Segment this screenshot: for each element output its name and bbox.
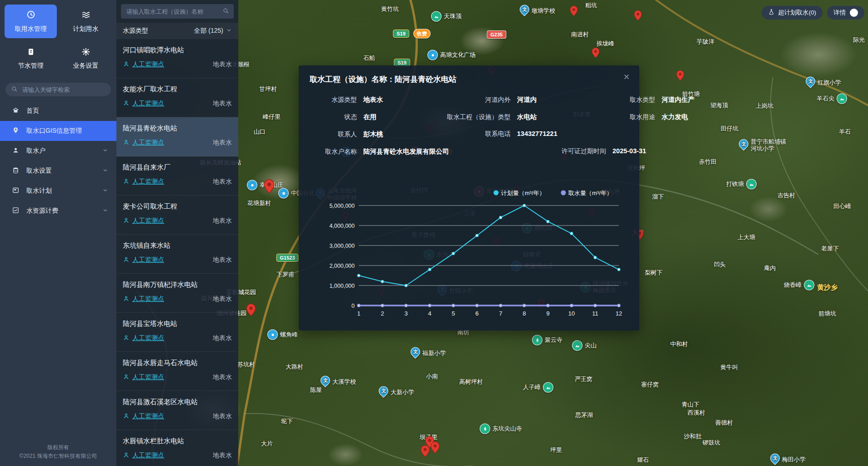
intake-point-pin-icon[interactable]	[431, 441, 440, 456]
menu-item-label: 取水户	[26, 147, 45, 155]
water-source-label: 地表水	[213, 217, 232, 225]
intake-point-pin-icon[interactable]	[246, 303, 256, 318]
field-value: 水电站	[517, 113, 599, 121]
sidebar-search[interactable]	[5, 83, 111, 96]
person-monitor-icon	[123, 60, 130, 69]
monitor-type-link[interactable]: 人工监测点	[132, 178, 164, 186]
map-label-text: 红旗小学	[818, 80, 841, 86]
station-list-item[interactable]: 水唇镇水栏肚水电站人工监测点地表水	[116, 430, 238, 466]
map-label-text: 上岗坑	[756, 103, 773, 110]
map-label-place: 锣鼓坑	[702, 440, 720, 446]
station-list-item[interactable]: 陆河县宝塔水电站人工监测点地表水	[116, 313, 238, 352]
data-point	[617, 268, 620, 271]
map-label-text: 田心嶂	[833, 203, 851, 210]
map-label-temple: 聚云寺	[532, 335, 562, 346]
mountain-poi-icon	[543, 382, 553, 393]
mountain-poi-icon	[572, 341, 582, 351]
station-list-item[interactable]: 友能水厂取水工程人工监测点地表水	[116, 78, 238, 117]
map-label-blue: 高塘文化广场	[427, 50, 476, 60]
sidebar-search-input[interactable]	[21, 86, 105, 94]
map-label-place: 西溪村	[687, 410, 705, 416]
monitor-type-link[interactable]: 人工监测点	[132, 451, 164, 460]
field-value: 河道内	[517, 95, 599, 104]
intake-point-pin-icon[interactable]	[421, 445, 430, 459]
station-list-item[interactable]: 麦卡公司取水工程人工监测点地表水	[116, 195, 238, 235]
map-label-place: 善德村	[715, 420, 733, 426]
detail-toggle-pill[interactable]: 详情	[827, 6, 864, 20]
monitor-type-link[interactable]: 人工监测点	[132, 295, 164, 303]
station-list-item[interactable]: 河口镇唱歌潭水电站人工监测点地表水	[116, 39, 238, 78]
station-name: 东坑镇自来水站	[123, 241, 232, 250]
monitor-type-link[interactable]: 人工监测点	[132, 100, 164, 108]
station-list-item[interactable]: 陆河县青砼水电站人工监测点地表水	[116, 117, 238, 156]
water-source-filter[interactable]: 水源类型 全部 (125)	[116, 23, 238, 39]
module-water-intake-management[interactable]: 取用水管理	[5, 5, 57, 38]
sidebar-menu-item[interactable]: 水资源计费	[0, 201, 116, 221]
module-water-saving-management[interactable]: 节水管理	[5, 42, 57, 75]
sidebar-menu-item[interactable]: 首页	[0, 101, 116, 121]
x-axis-tick-label: 3	[404, 310, 407, 317]
station-list-item[interactable]: 陆河县水唇走马石水电站人工监测点地表水	[116, 352, 238, 391]
map-label-place: 中和村	[670, 341, 688, 348]
monitor-type-link[interactable]: 人工监测点	[132, 60, 164, 69]
data-point	[499, 304, 502, 307]
map-label-text: 黄竹坑	[381, 6, 399, 13]
monitor-type-link[interactable]: 人工监测点	[132, 139, 164, 147]
map-label-text: 天珠顶	[444, 13, 462, 20]
module-planned-water-use[interactable]: 计划用水	[60, 5, 112, 38]
map-label-text: 苏坑村	[237, 361, 255, 368]
data-point	[523, 204, 526, 207]
person-monitor-icon	[123, 451, 130, 460]
station-search[interactable]	[121, 4, 234, 19]
station-list-item[interactable]: 东坑镇自来水站人工监测点地表水	[116, 235, 238, 274]
intake-point-pin-icon[interactable]	[634, 10, 642, 23]
close-icon[interactable]	[623, 73, 630, 82]
monitor-type-link[interactable]: 人工监测点	[132, 217, 164, 225]
module-label: 取用水管理	[15, 25, 47, 33]
legend-swatch[interactable]	[494, 190, 499, 195]
data-point	[428, 304, 431, 307]
monitor-type-link[interactable]: 人工监测点	[132, 412, 164, 421]
person-monitor-icon	[123, 178, 130, 186]
sidebar-menu-item[interactable]: 取水设置	[0, 161, 116, 181]
monitor-type-link[interactable]: 人工监测点	[132, 334, 164, 342]
legend-label[interactable]: 取水量（m³/年）	[568, 190, 612, 196]
module-business-settings[interactable]: 业务设置	[60, 42, 112, 75]
road-badge: G235	[487, 30, 507, 39]
legend-swatch[interactable]	[561, 190, 566, 195]
over-plan-intake-pill[interactable]: 超计划取水(0)	[762, 6, 823, 20]
sidebar-menu-item[interactable]: 取水户	[0, 141, 116, 161]
detail-toggle-knob[interactable]	[850, 9, 858, 17]
map-label-place: 下罗甫	[276, 271, 294, 278]
monitor-type-link[interactable]: 人工监测点	[132, 256, 164, 264]
station-list-item[interactable]: 陆河县南万镇杞洋水电站人工监测点地表水	[116, 274, 238, 313]
map-label-place: 凹头	[714, 261, 726, 268]
map-label-place: 吉告村	[778, 192, 795, 199]
map-label-place: 小南	[426, 373, 438, 380]
map-label-text: 墩塘学校	[532, 8, 555, 15]
monitor-type-link[interactable]: 人工监测点	[132, 373, 164, 381]
station-name: 水唇镇水栏肚水电站	[123, 437, 232, 446]
intake-point-pin-icon[interactable]	[676, 70, 684, 83]
station-list-item[interactable]: 陆河县自来水厂人工监测点地表水	[116, 156, 238, 195]
x-axis-tick-label: 1	[357, 310, 360, 317]
map-label-text: 老屋下	[821, 246, 839, 252]
legend-label[interactable]: 计划量（m³/年）	[501, 190, 545, 196]
station-search-input[interactable]	[125, 8, 219, 15]
data-point	[405, 304, 407, 307]
intake-point-pin-icon[interactable]	[570, 5, 578, 18]
chevron-down-icon	[102, 207, 108, 215]
map-label-text: 严王窝	[575, 376, 592, 383]
intake-point-pin-icon[interactable]	[592, 47, 600, 60]
menu-item-label: 取水计划	[26, 187, 52, 195]
station-name: 陆河县激石溪老区水电站	[123, 398, 232, 406]
map-label-place: 溜下	[652, 194, 664, 200]
x-axis-tick-label: 4	[428, 310, 431, 317]
sidebar-menu-item[interactable]: 取水口GIS信息管理	[0, 121, 116, 141]
x-axis-tick-label: 9	[546, 310, 549, 317]
sidebar-menu-item[interactable]: 取水计划	[0, 181, 116, 201]
station-list-item[interactable]: 陆河县激石溪老区水电站人工监测点地表水	[116, 391, 238, 430]
intake-point-pin-icon[interactable]	[264, 179, 275, 195]
modal-fields: 水源类型地表水河道内外河道内取水类型河道内生产状态在用取水工程（设施）类型水电站…	[311, 95, 630, 165]
map-label-mountain: 人子嶂	[523, 382, 553, 393]
